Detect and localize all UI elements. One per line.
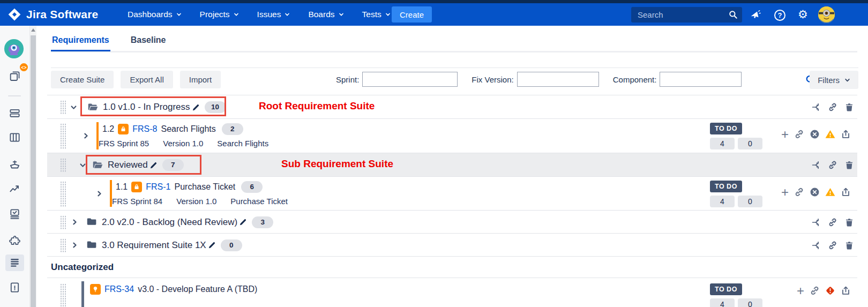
drag-handle[interactable]: [60, 181, 66, 207]
issue-key-link[interactable]: FRS-8: [132, 124, 157, 134]
board-columns-icon[interactable]: [9, 131, 21, 144]
fix-version-label: Fix Version:: [472, 75, 513, 84]
drag-handle[interactable]: [60, 158, 66, 172]
suite-title[interactable]: Reviewed: [108, 160, 148, 170]
reports-icon[interactable]: [9, 183, 21, 195]
addons-icon[interactable]: [9, 235, 21, 247]
nav-search-box: [631, 7, 742, 23]
link-icon[interactable]: [828, 218, 837, 227]
chevron-down-icon: [234, 12, 239, 17]
requirement-summary[interactable]: Purchase Ticket: [174, 182, 235, 192]
export-all-button[interactable]: Export All: [121, 71, 173, 88]
suite-title[interactable]: 2.0 v2.0 - Backlog (Need Review): [102, 217, 237, 228]
nav-projects[interactable]: Projects: [200, 10, 239, 19]
trash-icon[interactable]: [844, 241, 854, 250]
project-avatar[interactable]: <>: [4, 39, 24, 59]
jira-brand[interactable]: Jira Software: [8, 3, 99, 26]
component-input[interactable]: [660, 72, 742, 87]
export-icon[interactable]: [841, 129, 851, 139]
suite-row-1x: 3.0 Requirement Suite 1X 0: [47, 233, 857, 256]
count-pill-b: 0: [738, 196, 762, 207]
scrollbar-thumb[interactable]: [31, 35, 36, 307]
add-icon[interactable]: +: [781, 188, 789, 197]
add-icon[interactable]: +: [797, 286, 804, 296]
backlog-icon[interactable]: [9, 107, 21, 119]
search-icon[interactable]: [728, 10, 738, 19]
add-icon[interactable]: +: [781, 130, 789, 139]
sidebar-scrollbar[interactable]: [29, 26, 36, 307]
help-icon[interactable]: ?: [774, 10, 785, 21]
trash-icon[interactable]: [844, 102, 854, 112]
link-icon[interactable]: [794, 187, 804, 197]
status-badge: TO DO: [710, 181, 742, 192]
suite-count-badge: 10: [205, 101, 226, 113]
gear-icon[interactable]: ⚙: [798, 8, 808, 21]
requirement-summary[interactable]: Search Flights: [161, 124, 215, 134]
requirement-row-frs8: 1.2 FRS-8 Search Flights 2 FRS Sprint 85…: [47, 118, 857, 153]
edit-pencil-icon[interactable]: [149, 161, 158, 169]
create-button[interactable]: Create: [392, 6, 432, 23]
suite-toolbar: Create Suite Export All Import: [51, 71, 221, 88]
expand-chevron-icon[interactable]: [83, 132, 89, 139]
edit-pencil-icon[interactable]: [239, 218, 247, 226]
user-avatar[interactable]: [818, 6, 835, 23]
folder-closed-icon: [86, 239, 98, 251]
pages-icon[interactable]: [9, 281, 21, 294]
drag-handle[interactable]: [60, 238, 66, 252]
suite-row-reviewed: Reviewed 7 Sub Requirement Suite: [47, 153, 857, 176]
tab-baseline[interactable]: Baseline: [130, 31, 167, 51]
nav-tests[interactable]: Tests: [362, 10, 391, 19]
drag-handle[interactable]: [60, 283, 66, 307]
nav-boards[interactable]: Boards: [308, 10, 343, 19]
drag-handle[interactable]: [60, 100, 66, 114]
filters-button[interactable]: Filters: [810, 71, 858, 89]
drag-handle[interactable]: [60, 123, 66, 149]
link-icon[interactable]: [794, 129, 804, 139]
issues-icon[interactable]: [9, 208, 21, 220]
trash-icon[interactable]: [844, 218, 854, 227]
nav-issues[interactable]: Issues: [257, 10, 290, 19]
tab-requirements[interactable]: Requirements: [51, 31, 110, 51]
link-icon[interactable]: [828, 102, 837, 112]
remove-circle-icon[interactable]: [810, 187, 820, 197]
suite-title[interactable]: 1.0 v1.0 - In Progress: [103, 102, 190, 113]
move-split-icon[interactable]: [811, 218, 821, 227]
scrollbar-up-arrow[interactable]: [31, 28, 35, 32]
collapse-chevron-icon[interactable]: [79, 162, 86, 169]
expand-chevron-icon[interactable]: [71, 242, 78, 249]
issue-key-link[interactable]: FRS-34: [104, 284, 134, 294]
drag-handle[interactable]: [60, 215, 66, 229]
expand-chevron-icon[interactable]: [96, 190, 103, 197]
move-split-icon[interactable]: [811, 102, 821, 112]
remove-circle-icon[interactable]: [810, 129, 820, 139]
count-pill-a: 4: [710, 196, 735, 207]
create-suite-button[interactable]: Create Suite: [51, 71, 114, 88]
move-split-icon[interactable]: [811, 160, 821, 170]
edit-pencil-icon[interactable]: [208, 241, 216, 249]
fix-version-input[interactable]: [517, 72, 599, 87]
edit-pencil-icon[interactable]: [192, 103, 200, 111]
suite-title[interactable]: 3.0 Requirement Suite 1X: [102, 240, 206, 251]
sprint-input[interactable]: [362, 72, 458, 87]
boards-icon[interactable]: [9, 70, 21, 83]
requirements-icon[interactable]: [9, 257, 21, 269]
link-icon[interactable]: [828, 241, 837, 250]
requirement-summary[interactable]: v3.0 - Develop Feature A (TBD): [138, 284, 257, 294]
expand-chevron-icon[interactable]: [71, 219, 78, 226]
nav-dashboards[interactable]: Dashboards: [128, 10, 182, 19]
collapse-chevron-icon[interactable]: [70, 104, 77, 111]
releases-icon[interactable]: [9, 158, 21, 170]
export-icon[interactable]: [841, 187, 851, 197]
chevron-down-icon: [844, 77, 850, 83]
sidebar-divider: [8, 95, 21, 96]
import-button[interactable]: Import: [180, 71, 221, 88]
link-icon[interactable]: [828, 160, 837, 170]
link-icon[interactable]: [810, 286, 820, 296]
suite-count-badge: 0: [221, 239, 242, 251]
move-split-icon[interactable]: [811, 241, 821, 250]
export-icon[interactable]: [841, 286, 851, 296]
megaphone-icon[interactable]: [749, 9, 761, 21]
trash-icon[interactable]: [844, 160, 854, 170]
issue-key-link[interactable]: FRS-1: [146, 182, 170, 192]
search-input[interactable]: [631, 7, 742, 23]
